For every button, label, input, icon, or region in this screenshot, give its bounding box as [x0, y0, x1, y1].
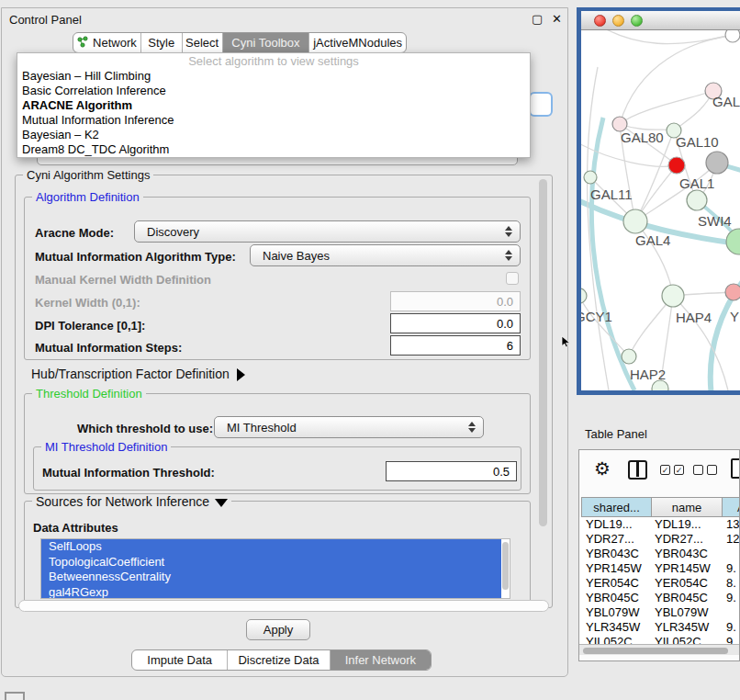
data-attribute-item[interactable]: TopologicalCoefficient — [41, 555, 501, 570]
data-attribute-item[interactable]: gal4RGexp — [41, 585, 501, 600]
table-cell[interactable]: YER054C — [579, 576, 651, 591]
table-row[interactable]: YBL079WYBL079W — [579, 605, 740, 620]
network-node[interactable] — [662, 285, 684, 307]
table-row[interactable]: YPR145WYPR145W9. — [579, 561, 740, 576]
table-cell[interactable]: YPR145W — [579, 561, 651, 576]
data-attributes-list[interactable]: SelfLoopsTopologicalCoefficientBetweenne… — [40, 538, 510, 599]
table-cell[interactable] — [723, 547, 740, 561]
table-cell[interactable]: YBR045C — [579, 591, 651, 605]
zoom-traffic-light-icon[interactable] — [631, 15, 643, 27]
data-attribute-item[interactable]: SelfLoops — [41, 539, 501, 555]
table-cell[interactable]: YLR345W — [579, 620, 651, 635]
network-graph[interactable]: GALGAL80GAL10GAL1GAL11SWI4GAL4GCY1HAP4YH… — [581, 30, 740, 390]
table-cell[interactable]: 9. — [723, 561, 740, 576]
table-cell[interactable]: YBR043C — [651, 547, 723, 561]
column-header-name[interactable]: name — [651, 497, 723, 517]
table-cell[interactable]: YDR27... — [579, 532, 651, 547]
table-cell[interactable]: 8. — [723, 576, 740, 591]
algorithm-option[interactable]: ARACNE Algorithm — [17, 98, 530, 113]
tab-select[interactable]: Select — [183, 33, 223, 52]
attributes-list-scrollbar[interactable] — [502, 542, 509, 590]
tab-jactivemnodules[interactable]: jActiveMNodules — [309, 33, 406, 52]
table-row[interactable]: YBR043CYBR043C — [579, 547, 740, 561]
table-hscroll-thumb[interactable] — [583, 648, 728, 654]
network-node[interactable] — [668, 157, 685, 174]
tab-discretize-data[interactable]: Discretize Data — [228, 650, 330, 670]
table-row[interactable]: YDR27...YDR27...12 — [579, 532, 740, 547]
table-row[interactable]: YLR345WYLR345W9. — [579, 620, 740, 635]
table-cell[interactable]: YBL079W — [579, 605, 651, 620]
network-node[interactable] — [706, 152, 728, 174]
gear-icon[interactable]: ⚙ — [594, 457, 611, 480]
algorithm-option[interactable]: Bayesian – Hill Climbing — [17, 69, 530, 84]
mi-type-combo[interactable]: Naive Bayes — [250, 244, 521, 266]
algorithm-option[interactable]: Mutual Information Inference — [17, 113, 530, 128]
table-row[interactable]: YIL052CYIL052C9 — [579, 635, 740, 644]
mi-threshold-field[interactable]: 0.5 — [386, 461, 517, 481]
dpi-tolerance-field[interactable]: 0.0 — [390, 313, 521, 333]
algorithm-option[interactable]: Bayesian – K2 — [17, 128, 530, 142]
data-attribute-item[interactable]: BetweennessCentrality — [41, 570, 501, 585]
table-cell[interactable]: YDL19... — [651, 517, 723, 532]
network-node[interactable] — [725, 284, 740, 300]
apply-button[interactable]: Apply — [246, 619, 310, 640]
float-window-icon[interactable]: ▢ — [532, 12, 543, 27]
tab-network[interactable]: Network — [73, 33, 141, 52]
sources-group-title[interactable]: Sources for Network Inference — [32, 494, 231, 509]
settings-vertical-scrollbar[interactable] — [539, 179, 547, 526]
network-edge[interactable] — [600, 30, 733, 44]
network-node[interactable] — [687, 190, 707, 210]
checked-checkbox-icon[interactable]: ✓ — [674, 465, 684, 475]
settings-horizontal-scrollbar[interactable] — [18, 600, 549, 612]
table-cell[interactable]: YLR345W — [651, 620, 723, 635]
network-node[interactable] — [725, 30, 740, 42]
network-node[interactable] — [581, 288, 587, 303]
mi-steps-field[interactable]: 6 — [390, 335, 521, 356]
table-cell[interactable]: YPR145W — [651, 561, 723, 576]
table-cell[interactable] — [723, 605, 740, 620]
table-cell[interactable]: YDR27... — [651, 532, 723, 547]
network-node[interactable] — [584, 171, 597, 184]
table-row[interactable]: YDL19...YDL19...13 — [579, 517, 740, 532]
network-node[interactable] — [623, 209, 647, 233]
table-cell[interactable]: YDL19... — [579, 517, 651, 532]
tab-cyni-toolbox[interactable]: Cyni Toolbox — [223, 33, 310, 52]
unchecked-checkbox-icon[interactable] — [693, 465, 703, 475]
table-cell[interactable]: YBR045C — [651, 591, 723, 605]
table-cell[interactable]: 9 — [723, 635, 740, 644]
which-threshold-combo[interactable]: MI Threshold — [214, 416, 484, 438]
table-cell[interactable]: 9. — [723, 620, 740, 635]
network-window-titlebar[interactable] — [581, 11, 740, 30]
column-header-partial[interactable]: A — [722, 497, 740, 517]
network-node[interactable] — [726, 229, 740, 254]
hub-definition-expander[interactable]: Hub/Transcription Factor Definition — [31, 367, 245, 381]
close-window-icon[interactable]: ✕ — [552, 12, 562, 27]
table-cell[interactable]: 9. — [723, 591, 740, 605]
document-icon[interactable] — [731, 458, 740, 479]
tab-style[interactable]: Style — [141, 33, 183, 52]
tab-infer-network[interactable]: Infer Network — [331, 650, 431, 670]
close-traffic-light-icon[interactable] — [594, 15, 606, 27]
algorithm-combo-focus-ring[interactable] — [529, 92, 553, 117]
checked-checkbox-icon[interactable]: ✓ — [660, 465, 670, 475]
tab-impute-data[interactable]: Impute Data — [132, 650, 228, 670]
manual-kernel-checkbox[interactable] — [506, 272, 519, 285]
table-cell[interactable]: 13 — [723, 517, 740, 532]
algorithm-option[interactable]: Basic Correlation Inference — [17, 84, 530, 98]
network-edge[interactable] — [620, 35, 733, 124]
table-row[interactable]: YBR045CYBR045C9. — [579, 591, 740, 605]
kernel-width-field[interactable]: 0.0 — [390, 291, 521, 311]
table-row[interactable]: YER054CYER054C8. — [579, 576, 740, 591]
columns-icon[interactable] — [628, 460, 647, 480]
table-cell[interactable]: YIL052C — [651, 635, 723, 644]
collapsed-panel-button[interactable] — [5, 692, 25, 700]
table-horizontal-scrollbar[interactable] — [579, 644, 740, 655]
column-header-shared-name[interactable]: shared... — [581, 497, 652, 517]
algorithm-option[interactable]: Dream8 DC_TDC Algorithm — [17, 142, 530, 157]
table-cell[interactable]: YBR043C — [579, 547, 651, 561]
minimize-traffic-light-icon[interactable] — [612, 15, 624, 27]
network-node[interactable] — [622, 349, 636, 364]
table-cell[interactable]: 12 — [723, 532, 740, 547]
table-body[interactable]: YDL19...YDL19...13YDR27...YDR27...12YBR0… — [579, 517, 740, 644]
table-cell[interactable]: YIL052C — [579, 635, 651, 644]
